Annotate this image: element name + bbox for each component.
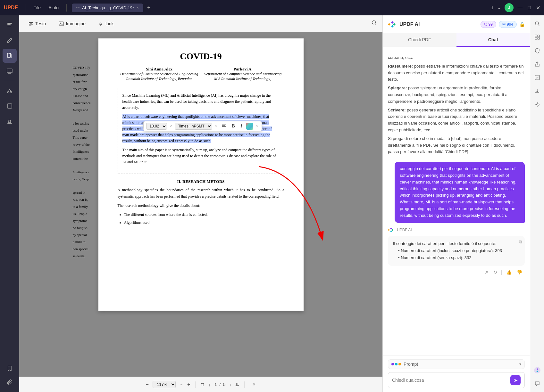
updf-logo: UPDF (4, 5, 18, 11)
nav-first-button[interactable]: ⇈ (201, 382, 205, 387)
right-icon-check[interactable] (531, 72, 543, 83)
minimize-button[interactable]: — (517, 5, 523, 11)
bold-button[interactable]: B (230, 123, 237, 129)
dislike-icon[interactable]: 👎 (515, 268, 523, 276)
svg-point-6 (10, 92, 12, 93)
svg-point-27 (534, 367, 540, 373)
tab-chat[interactable]: Chat (456, 33, 530, 47)
svg-rect-23 (535, 37, 537, 39)
italic-button[interactable]: I (239, 123, 244, 129)
right-icon-comment[interactable] (531, 378, 543, 389)
section2-para2: The research methodology will give the d… (118, 202, 284, 209)
sidebar-icon-document[interactable] (3, 49, 17, 63)
send-button[interactable]: ➤ (510, 375, 521, 385)
tab-close-button[interactable]: × (137, 5, 139, 10)
maximize-button[interactable]: □ (528, 5, 531, 11)
ai-logo-icon (388, 20, 397, 29)
pdf-authors: Sini Anna Alex Department of Computer Sc… (118, 67, 284, 81)
nav-prev-button[interactable]: ↑ (208, 382, 211, 387)
sidebar-icon-attach[interactable] (3, 375, 17, 389)
info-line4: Scrivere: posso generare articoli che so… (388, 107, 525, 134)
zoom-out-button[interactable]: − (146, 382, 149, 388)
nav-last-button[interactable]: ⇊ (235, 382, 239, 387)
active-tab[interactable]: ✏ AI_Techniqu...g_COVID-19* × (72, 4, 143, 12)
right-icon-download[interactable] (531, 85, 543, 97)
color-chevron-icon (255, 124, 259, 128)
svg-point-20 (535, 22, 539, 25)
info-line3: Spiegare: posso spiegare un argomento in… (388, 85, 525, 105)
zoom-select[interactable]: 117% (153, 381, 176, 388)
svg-rect-16 (222, 124, 226, 125)
window-count: 1 (491, 5, 493, 10)
font-name-select[interactable]: Times···nPSMT (175, 123, 212, 130)
zoom-in-button[interactable]: + (187, 382, 190, 388)
right-icon-protect[interactable] (531, 45, 543, 56)
section2-para1: A methodology specifies the boundaries o… (118, 187, 284, 200)
ai-bullet1: • Numero di caratteri (inclusi spazi e p… (398, 247, 520, 254)
ai-messages[interactable]: coreano, ecc. Riassumere: posso estrarre… (383, 47, 530, 355)
titlebar: UPDF File Aiuto ✏ AI_Techniqu...g_COVID-… (0, 0, 544, 15)
ai-response-logo (388, 227, 394, 233)
sidebar-icon-stamp[interactable] (3, 114, 17, 128)
toolbar-link[interactable]: Link (95, 19, 118, 28)
toolbar-sep2 (244, 381, 245, 388)
prompt-selector[interactable]: Prompt ▾ (388, 359, 525, 369)
prompt-label: Prompt (404, 362, 517, 367)
right-icon-share[interactable] (531, 58, 543, 70)
bottom-close-button[interactable]: ✕ (252, 382, 256, 387)
user-avatar[interactable]: J (505, 3, 514, 12)
sidebar-icon-pages[interactable] (3, 64, 17, 78)
tab-chiedi-pdf[interactable]: Chiedi PDF (383, 33, 456, 47)
svg-rect-0 (7, 23, 12, 24)
ai-response: UPDF AI ⧉ Il conteggio dei caratteri per… (388, 227, 525, 276)
nav-next-button[interactable]: ↓ (229, 382, 231, 387)
ai-header: UPDF AI ⬡ 99 ✉ 994 🔒 (383, 15, 530, 33)
author2-dept: Department of Computer Science and Engin… (204, 72, 282, 77)
ai-credits: ⬡ 99 ✉ 994 🔒 (481, 21, 525, 28)
sidebar-icon-shape[interactable] (3, 99, 17, 113)
sidebar-icon-edit[interactable] (3, 33, 17, 47)
prompt-dot3 (398, 363, 401, 365)
close-button[interactable]: ✕ (536, 5, 540, 11)
sidebar-icon-cut[interactable] (3, 84, 17, 98)
right-icon-search[interactable] (531, 18, 543, 29)
titlebar-separator (26, 4, 26, 12)
page-nav: 1 / 5 (214, 382, 225, 387)
action-separator: | (501, 269, 502, 275)
abstract-para1: Since Machine Learning (ML) and Artifici… (122, 93, 280, 111)
toolbar-immagine[interactable]: Immagine (55, 19, 89, 28)
sidebar-icon-bookmark[interactable] (3, 361, 17, 375)
right-icon-ocr[interactable] (531, 31, 543, 43)
color-picker-button[interactable] (246, 123, 253, 130)
ai-response-actions: ↗ ↻ | 👍 👎 (388, 268, 525, 276)
pdf-body: A methodology specifies the boundaries o… (118, 187, 284, 226)
author2-inst: M S Ramaiah Institue of Technology, (204, 77, 282, 81)
right-icon-ai-assistant[interactable] (531, 364, 543, 376)
svg-rect-24 (538, 37, 540, 39)
sidebar-icon-text[interactable] (3, 18, 17, 32)
menu-file[interactable]: File (31, 4, 44, 12)
prompt-dot2 (395, 363, 398, 365)
page-total: 5 (223, 382, 225, 387)
new-tab-button[interactable]: + (147, 4, 151, 11)
search-icon[interactable] (371, 20, 377, 28)
align-button[interactable] (220, 123, 228, 130)
sidebar-bottom (3, 358, 17, 389)
right-icon-settings[interactable] (531, 99, 543, 110)
font-chevron-icon (214, 124, 218, 128)
like-icon[interactable]: 👍 (505, 268, 513, 276)
testo-label: Testo (35, 21, 46, 26)
window-controls: — □ ✕ (517, 5, 540, 11)
pdf-content[interactable]: COVID-19) rganization er the few dry cou… (19, 32, 382, 377)
abstract-para3: The main aim of this paper is to systema… (122, 147, 280, 166)
menu-aiuto[interactable]: Aiuto (46, 4, 61, 12)
copy-icon-top[interactable]: ⧉ (519, 238, 522, 246)
chat-input[interactable] (392, 378, 508, 383)
user-message: conteggio dei caratteri per il seguente … (395, 162, 525, 223)
font-size-select[interactable]: 10.02 (146, 123, 167, 130)
share-icon[interactable]: ↗ (483, 268, 490, 276)
toolbar-testo[interactable]: Testo (24, 19, 50, 28)
lock-icon[interactable]: 🔒 (519, 22, 525, 27)
refresh-icon[interactable]: ↻ (492, 268, 498, 276)
toolbar-sep (195, 381, 196, 388)
